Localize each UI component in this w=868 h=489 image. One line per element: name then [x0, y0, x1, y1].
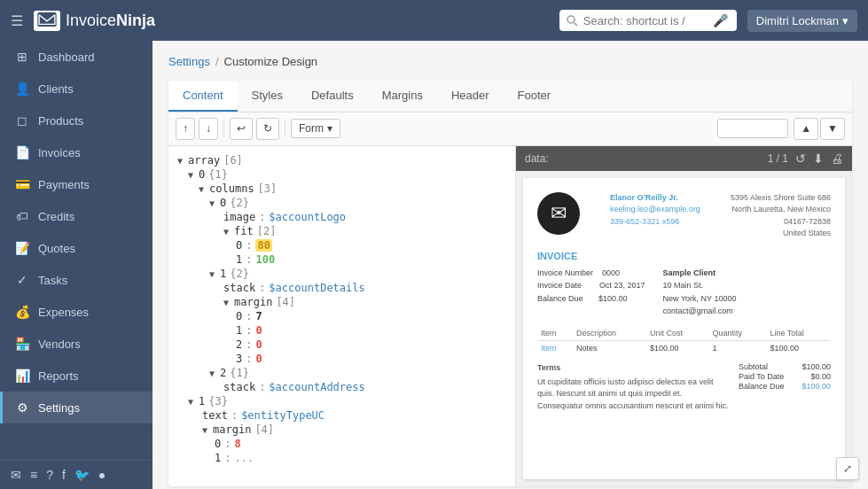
- svg-line-2: [574, 22, 577, 26]
- filter-up-icon[interactable]: ▲: [794, 118, 818, 140]
- code-tree-panel: ▼ array [6] ▼ 0 {1} ▼: [168, 146, 515, 486]
- tasks-icon: ✓: [15, 273, 29, 287]
- move-up-button[interactable]: ↑: [176, 118, 195, 140]
- subtotal-row: Subtotal $100.00: [739, 362, 831, 371]
- global-search[interactable]: 🎤: [559, 10, 737, 31]
- tab-styles[interactable]: Styles: [238, 81, 297, 112]
- sidebar-item-expenses[interactable]: 💰 Expenses: [0, 296, 152, 328]
- help-icon[interactable]: ?: [46, 468, 53, 482]
- preview-header: data: 1 / 1 ↺ ⬇ 🖨: [516, 146, 852, 171]
- tab-defaults[interactable]: Defaults: [297, 81, 368, 112]
- redo-button[interactable]: ↻: [256, 118, 279, 140]
- sidebar-item-quotes[interactable]: 📝 Quotes: [0, 232, 152, 264]
- settings-icon: ⚙: [15, 400, 29, 415]
- sidebar-item-dashboard[interactable]: ⊞ Dashboard: [0, 41, 152, 73]
- tree-row-array: ▼ array [6]: [174, 153, 510, 167]
- invoice-contact: Elanor O'Reilly Jr. keeling.leo@example.…: [610, 192, 700, 240]
- customize-design-card: Content Styles Defaults Margins Header F…: [168, 81, 852, 486]
- breadcrumb-separator: /: [215, 55, 219, 68]
- move-down-button[interactable]: ↓: [199, 118, 218, 140]
- print-icon[interactable]: 🖨: [831, 151, 843, 166]
- breadcrumb-parent[interactable]: Settings: [168, 55, 210, 68]
- email-icon[interactable]: ✉: [11, 468, 21, 482]
- tree-row-text: text : $entityTypeUC: [174, 408, 510, 423]
- quotes-icon: 📝: [15, 241, 29, 255]
- row-desc: Notes: [573, 341, 646, 356]
- list-icon[interactable]: ≡: [30, 468, 37, 482]
- toolbar-separator2: [285, 120, 285, 137]
- mic-icon[interactable]: 🎤: [713, 13, 728, 27]
- tree-row-m20: 0 : 8: [174, 437, 510, 451]
- sidebar-item-invoices[interactable]: 📄 Invoices: [0, 136, 152, 168]
- tree-row-fit: ▼ fit [2]: [174, 224, 510, 238]
- row-item: Item: [537, 341, 573, 356]
- undo-button[interactable]: ↩: [230, 118, 253, 140]
- toggle-array[interactable]: ▼: [177, 156, 183, 166]
- balance-row: Balance Due $100.00: [739, 382, 831, 391]
- github-icon[interactable]: ●: [98, 468, 106, 482]
- editor-toolbar: ↑ ↓ ↩ ↻ Form ▾ ▲ ▼: [168, 113, 852, 146]
- toggle-fit[interactable]: ▼: [223, 227, 229, 237]
- twitter-icon[interactable]: 🐦: [74, 468, 90, 482]
- toggle-col1[interactable]: ▼: [209, 269, 215, 279]
- col-desc: Description: [573, 326, 646, 341]
- filter-down-icon[interactable]: ▼: [820, 118, 845, 140]
- sidebar-bottom: ✉ ≡ ? f 🐦 ●: [0, 460, 152, 489]
- invoice-terms: Terms Ut cupiditate officiis iusto adipi…: [537, 362, 730, 412]
- sidebar-item-payments[interactable]: 💳 Payments: [0, 168, 152, 200]
- reports-icon: 📊: [15, 369, 29, 383]
- sidebar-item-clients[interactable]: 👤 Clients: [0, 73, 152, 105]
- toggle-margin[interactable]: ▼: [223, 298, 229, 307]
- invoice-header: ✉ Elanor O'Reilly Jr. keeling.leo@exampl…: [537, 192, 831, 240]
- invoice-meta: Invoice Number 0000 Invoice Date Oct 23,…: [537, 267, 831, 318]
- sidebar-item-products[interactable]: ◻ Products: [0, 105, 152, 136]
- toolbar-separator: [223, 120, 224, 137]
- col-qty: Quantity: [708, 326, 766, 341]
- tab-margins[interactable]: Margins: [368, 81, 437, 112]
- clients-icon: 👤: [15, 82, 29, 96]
- payments-icon: 💳: [15, 177, 29, 191]
- tree-row-col2: ▼ 2 {1}: [174, 366, 510, 380]
- preview-actions: ↺ ⬇ 🖨: [795, 151, 843, 166]
- sidebar-item-tasks[interactable]: ✓ Tasks: [0, 264, 152, 296]
- page-number: 1 / 1: [768, 152, 788, 165]
- tree-row-fit1: 1 : 100: [174, 252, 510, 267]
- invoice-address: 5395 Alexis Shore Suite 686 North Lauret…: [731, 192, 831, 240]
- invoice-totals: Subtotal $100.00 Paid To Date $0.00 Bala…: [739, 362, 831, 412]
- toggle-margin2[interactable]: ▼: [202, 425, 207, 435]
- sidebar-item-reports[interactable]: 📊 Reports: [0, 360, 152, 392]
- tree-row-m0: 0 : 7: [174, 309, 510, 323]
- sidebar-item-vendors[interactable]: 🏪 Vendors: [0, 328, 152, 360]
- sidebar-item-credits[interactable]: 🏷 Credits: [0, 200, 152, 232]
- tab-header[interactable]: Header: [437, 81, 504, 112]
- breadcrumb-current: Customize Design: [224, 55, 318, 68]
- tree-row-col1: ▼ 1 {2}: [174, 267, 510, 281]
- search-input[interactable]: [583, 14, 708, 27]
- toggle-columns[interactable]: ▼: [199, 184, 204, 194]
- chevron-down-icon: ▾: [842, 14, 848, 27]
- invoice-logo: ✉: [537, 192, 580, 235]
- user-menu-button[interactable]: Dimitri Lockman ▾: [747, 10, 857, 32]
- tab-footer[interactable]: Footer: [504, 81, 566, 112]
- invoice-preview: ✉ Elanor O'Reilly Jr. keeling.leo@exampl…: [523, 178, 845, 479]
- tree-row-0: ▼ 0 {1}: [174, 167, 510, 182]
- expand-button[interactable]: ⤢: [836, 457, 859, 480]
- facebook-icon[interactable]: f: [62, 468, 66, 482]
- tree-search-input[interactable]: [717, 119, 788, 138]
- form-dropdown[interactable]: Form ▾: [291, 119, 340, 138]
- sidebar-item-settings[interactable]: ⚙ Settings: [0, 392, 152, 423]
- tree-row-m21: 1 : ...: [174, 451, 510, 465]
- col-total: Line Total: [766, 326, 831, 341]
- toggle-col2[interactable]: ▼: [209, 369, 215, 378]
- paid-row: Paid To Date $0.00: [739, 372, 831, 381]
- hamburger-icon[interactable]: ☰: [11, 12, 23, 29]
- toggle-col0[interactable]: ▼: [209, 198, 215, 208]
- download-icon[interactable]: ⬇: [813, 151, 824, 166]
- toggle-1[interactable]: ▼: [188, 397, 193, 407]
- logo-icon: [34, 11, 60, 31]
- sidebar: ⊞ Dashboard 👤 Clients ◻ Products 📄 Invoi…: [0, 41, 152, 489]
- refresh-icon[interactable]: ↺: [795, 151, 806, 166]
- tab-content[interactable]: Content: [168, 81, 238, 112]
- tree-row-m2: 2 : 0: [174, 338, 510, 352]
- toggle-0[interactable]: ▼: [188, 170, 193, 180]
